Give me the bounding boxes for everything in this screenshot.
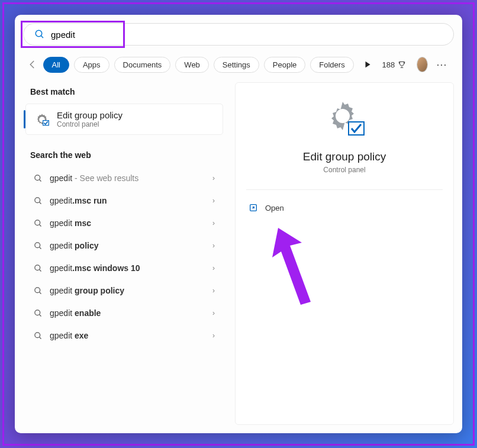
back-button[interactable] [27, 56, 38, 73]
web-result-text: gpedit policy [50, 241, 205, 250]
search-window: All Apps Documents Web Settings People F… [15, 15, 462, 433]
svg-line-13 [39, 269, 41, 271]
chevron-right-icon: › [212, 174, 215, 182]
svg-line-11 [39, 247, 41, 249]
svg-rect-3 [43, 120, 49, 125]
chevron-right-icon: › [212, 286, 215, 295]
open-action[interactable]: Open [246, 198, 443, 217]
search-icon [34, 286, 43, 295]
web-result-item[interactable]: gpedit.msc windows 10› [25, 257, 223, 279]
web-result-item[interactable]: gpedit.msc run› [25, 189, 223, 212]
filter-tabs: All Apps Documents Web Settings People F… [23, 54, 454, 82]
search-icon [34, 331, 43, 340]
open-icon [249, 203, 258, 212]
svg-point-10 [35, 242, 40, 247]
open-label: Open [265, 204, 284, 212]
divider [246, 189, 443, 190]
svg-line-5 [39, 179, 41, 181]
best-match-subtitle: Control panel [57, 120, 123, 128]
more-options-button[interactable]: ⋯ [433, 58, 450, 71]
tab-web[interactable]: Web [175, 57, 209, 73]
rewards-points[interactable]: 188 [382, 60, 407, 69]
gear-check-icon-large [324, 101, 365, 141]
gear-check-icon [34, 112, 50, 127]
svg-line-9 [39, 224, 41, 226]
web-result-item[interactable]: gpedit msc› [25, 212, 223, 234]
svg-line-17 [39, 314, 41, 316]
web-result-item[interactable]: gpedit - See web results› [25, 167, 223, 189]
svg-line-1 [41, 36, 43, 38]
svg-rect-20 [349, 122, 364, 135]
search-web-header: Search the web [23, 146, 225, 167]
svg-point-8 [35, 220, 40, 225]
web-result-text: gpedit exe [50, 331, 205, 340]
web-result-text: gpedit.msc run [50, 196, 205, 205]
web-result-text: gpedit - See web results [50, 173, 205, 183]
web-result-item[interactable]: gpedit policy› [25, 234, 223, 257]
avatar[interactable] [417, 57, 428, 72]
chevron-right-icon: › [212, 264, 215, 272]
svg-line-19 [39, 337, 41, 339]
tab-people[interactable]: People [264, 57, 305, 73]
search-icon [34, 309, 43, 318]
tab-apps[interactable]: Apps [74, 57, 109, 73]
web-result-text: gpedit enable [50, 308, 205, 318]
svg-line-15 [39, 292, 41, 294]
web-result-text: gpedit.msc windows 10 [50, 263, 205, 273]
tab-settings[interactable]: Settings [214, 57, 259, 73]
web-result-item[interactable]: gpedit group policy› [25, 279, 223, 302]
tab-all[interactable]: All [43, 57, 69, 73]
web-result-item[interactable]: gpedit exe› [25, 324, 223, 347]
web-result-text: gpedit msc [50, 218, 205, 228]
best-match-header: Best match [23, 82, 225, 104]
search-icon [34, 241, 43, 250]
svg-point-6 [35, 197, 40, 202]
svg-point-0 [36, 30, 42, 37]
results-panel: Best match Edit group policy Control pan… [23, 82, 225, 425]
svg-point-18 [35, 332, 40, 337]
search-icon [34, 264, 43, 273]
chevron-right-icon: › [212, 196, 215, 205]
svg-point-4 [35, 175, 40, 180]
search-bar[interactable] [23, 23, 454, 46]
svg-line-7 [39, 202, 41, 204]
svg-point-14 [35, 287, 40, 292]
search-input[interactable] [51, 30, 443, 40]
search-icon [34, 174, 43, 183]
svg-marker-2 [365, 62, 370, 67]
search-icon [34, 29, 45, 40]
search-icon [34, 196, 43, 205]
best-match-item[interactable]: Edit group policy Control panel [25, 104, 223, 135]
tab-documents[interactable]: Documents [114, 57, 171, 73]
trophy-icon [398, 60, 406, 69]
chevron-right-icon: › [212, 331, 215, 340]
chevron-right-icon: › [212, 309, 215, 317]
play-icon[interactable] [363, 60, 372, 69]
detail-panel: Edit group policy Control panel Open [235, 82, 454, 425]
tab-folders[interactable]: Folders [310, 57, 353, 73]
chevron-right-icon: › [212, 219, 215, 227]
web-result-text: gpedit group policy [50, 286, 205, 295]
best-match-title: Edit group policy [57, 110, 123, 120]
detail-title: Edit group policy [303, 150, 386, 163]
web-result-item[interactable]: gpedit enable› [25, 302, 223, 324]
chevron-right-icon: › [212, 241, 215, 250]
svg-point-16 [35, 310, 40, 315]
search-icon [34, 219, 43, 228]
svg-point-12 [35, 265, 40, 270]
detail-subtitle: Control panel [323, 166, 365, 174]
